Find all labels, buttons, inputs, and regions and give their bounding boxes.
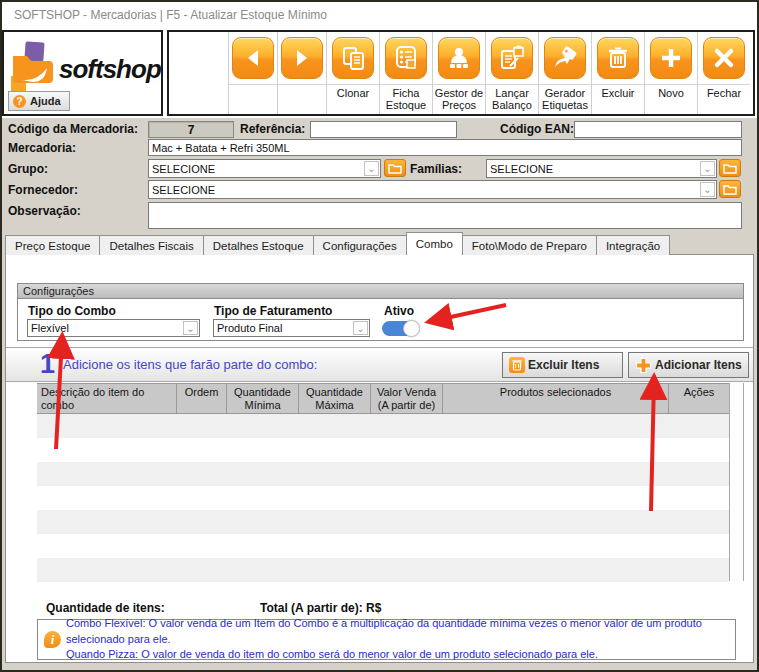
label-generator-button[interactable] bbox=[544, 37, 586, 79]
toolbar: Clonar Ficha Estoque bbox=[167, 30, 755, 116]
logo-panel: softshop ? Ajuda bbox=[2, 30, 163, 116]
toolbar-label: Gerador Etiquetas bbox=[539, 85, 591, 111]
column-header: Ações bbox=[669, 384, 729, 413]
help-button[interactable]: ? Ajuda bbox=[8, 91, 70, 111]
info-line-1: Combo Flexível: O valor venda de um Item… bbox=[66, 616, 729, 647]
toolbar-cell-clonar: Clonar bbox=[326, 32, 379, 114]
quantidade-itens-label: Quantidade de itens: bbox=[46, 601, 165, 615]
title-bar: SOFTSHOP - Mercadorias | F5 - Atualizar … bbox=[2, 2, 757, 28]
tipo-faturamento-label: Tipo de Faturamento bbox=[214, 304, 332, 318]
toolbar-cell-gestor-precos: Gestor de Preços bbox=[432, 32, 485, 114]
tipo-combo-select[interactable]: Flexível ⌄ bbox=[27, 319, 200, 337]
tab-configuracoes[interactable]: Configurações bbox=[313, 235, 407, 255]
toolbar-cell-back bbox=[228, 32, 277, 114]
grupo-folder-button[interactable] bbox=[384, 159, 406, 177]
tab-foto-modo-preparo[interactable]: Foto\Modo de Preparo bbox=[462, 235, 597, 255]
column-header: Valor Venda (A partir de) bbox=[371, 384, 443, 413]
familias-folder-button[interactable] bbox=[719, 159, 741, 177]
price-manager-button[interactable] bbox=[438, 37, 480, 79]
table-row bbox=[37, 510, 729, 534]
toolbar-label: Excluir bbox=[601, 85, 634, 99]
plus-icon bbox=[635, 357, 652, 374]
new-button[interactable] bbox=[650, 37, 692, 79]
tipo-faturamento-value: Produto Final bbox=[217, 322, 282, 334]
toolbar-label: Gestor de Preços bbox=[433, 85, 485, 111]
familias-select[interactable]: SELECIONE ⌄ bbox=[486, 159, 717, 178]
forward-button[interactable] bbox=[281, 37, 323, 79]
tab-combo[interactable]: Combo bbox=[406, 232, 463, 255]
toolbar-cell-gerador-etiquetas: Gerador Etiquetas bbox=[538, 32, 591, 114]
excluir-itens-button[interactable]: Excluir Itens bbox=[502, 352, 623, 378]
forward-icon bbox=[290, 46, 314, 70]
mercadoria-input[interactable]: Mac + Batata + Refri 350ML bbox=[148, 139, 742, 156]
grupo-value: SELECIONE bbox=[152, 163, 215, 175]
fornecedor-select[interactable]: SELECIONE ⌄ bbox=[148, 180, 717, 199]
observacao-label: Observação: bbox=[8, 204, 81, 218]
label-generator-icon bbox=[552, 45, 578, 71]
combo-items-section-header: 1 Adicione os itens que farão parte do c… bbox=[6, 347, 753, 382]
total-label: Total (A partir de): R$ bbox=[260, 601, 381, 615]
chevron-down-icon: ⌄ bbox=[183, 321, 198, 335]
help-icon: ? bbox=[13, 95, 26, 108]
info-line-2: Quando Pizza: O valor de venda do item d… bbox=[66, 647, 729, 662]
merchandise-form: Código da Mercadoria: 7 Referência: Códi… bbox=[2, 118, 757, 232]
toolbar-label: Ficha Estoque bbox=[380, 85, 432, 111]
window-title: SOFTSHOP - Mercadorias | F5 - Atualizar … bbox=[14, 8, 327, 22]
observacao-textarea[interactable] bbox=[148, 202, 742, 229]
chevron-down-icon: ⌄ bbox=[700, 161, 715, 176]
toolbar-label: Novo bbox=[658, 85, 684, 99]
combo-items-table: Descrição do item do combo Ordem Quantid… bbox=[37, 383, 729, 582]
info-icon: i bbox=[44, 631, 61, 648]
table-row bbox=[37, 462, 729, 486]
trash-icon bbox=[509, 357, 525, 373]
ativo-toggle[interactable] bbox=[382, 321, 419, 336]
stock-sheet-button[interactable] bbox=[385, 37, 427, 79]
fornecedor-folder-button[interactable] bbox=[719, 180, 741, 198]
trash-icon bbox=[605, 45, 631, 71]
copy-icon bbox=[340, 45, 366, 71]
table-row bbox=[37, 486, 729, 510]
familias-label: Famílias: bbox=[410, 162, 462, 176]
column-header: Descrição do item do combo bbox=[37, 384, 177, 413]
familias-value: SELECIONE bbox=[490, 163, 553, 175]
toolbar-cell-lancar-balanco: Lançar Balanço bbox=[485, 32, 538, 114]
toggle-knob bbox=[403, 320, 420, 337]
delete-button[interactable] bbox=[597, 37, 639, 79]
softshop-logo-icon bbox=[9, 40, 65, 98]
column-header: Quantidade Máxima bbox=[299, 384, 371, 413]
table-row bbox=[37, 558, 729, 582]
folder-icon bbox=[388, 163, 402, 174]
codigo-mercadoria-value: 7 bbox=[148, 121, 234, 138]
toolbar-label: Lançar Balanço bbox=[486, 85, 538, 111]
configuracoes-groupbox: Configurações Tipo do Combo Flexível ⌄ T… bbox=[17, 283, 744, 341]
toolbar-label: Clonar bbox=[337, 85, 369, 99]
tipo-faturamento-select[interactable]: Produto Final ⌄ bbox=[213, 319, 370, 337]
grupo-select[interactable]: SELECIONE ⌄ bbox=[148, 159, 381, 178]
table-row bbox=[37, 438, 729, 462]
codigo-ean-input[interactable] bbox=[574, 121, 742, 138]
softshop-logo: softshop bbox=[9, 40, 161, 98]
adicionar-itens-button[interactable]: Adicionar Itens bbox=[628, 352, 749, 378]
tipo-combo-value: Flexível bbox=[31, 322, 69, 334]
tab-integracao[interactable]: Integração bbox=[596, 235, 670, 255]
folder-icon bbox=[723, 184, 737, 195]
help-label: Ajuda bbox=[30, 95, 61, 107]
toolbar-cell-excluir: Excluir bbox=[591, 32, 644, 114]
app-window: SOFTSHOP - Mercadorias | F5 - Atualizar … bbox=[0, 0, 759, 672]
tab-detalhes-estoque[interactable]: Detalhes Estoque bbox=[203, 235, 314, 255]
codigo-mercadoria-label: Código da Mercadoria: bbox=[8, 122, 138, 136]
clone-button[interactable] bbox=[332, 37, 374, 79]
column-header: Produtos selecionados bbox=[443, 384, 669, 413]
tab-detalhes-fiscais[interactable]: Detalhes Fiscais bbox=[99, 235, 203, 255]
balance-button[interactable] bbox=[491, 37, 533, 79]
referencia-input[interactable] bbox=[310, 121, 457, 138]
toolbar-cell-ficha-estoque: Ficha Estoque bbox=[379, 32, 432, 114]
chevron-down-icon: ⌄ bbox=[353, 321, 368, 335]
table-row bbox=[37, 414, 729, 438]
close-button[interactable] bbox=[703, 37, 745, 79]
ativo-label: Ativo bbox=[384, 304, 414, 318]
tab-preco-estoque[interactable]: Preço Estoque bbox=[5, 235, 100, 255]
back-icon bbox=[241, 46, 265, 70]
tab-strip: Preço Estoque Detalhes Fiscais Detalhes … bbox=[5, 232, 669, 255]
back-button[interactable] bbox=[232, 37, 274, 79]
